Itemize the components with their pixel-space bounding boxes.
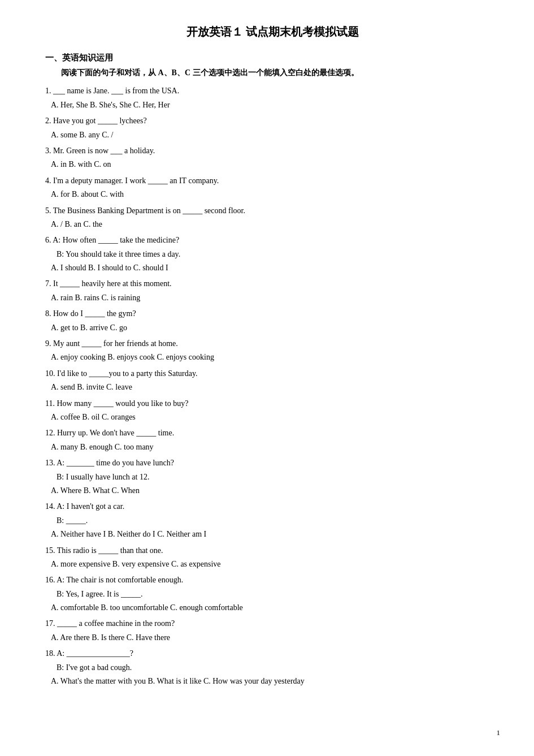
question-options: A. for B. about C. with bbox=[45, 188, 500, 201]
question-text: 10. I'd like to _____you to a party this… bbox=[45, 368, 500, 380]
question-block: 5. The Business Banking Department is on… bbox=[45, 205, 500, 231]
question-text: 9. My aunt _____ for her friends at home… bbox=[45, 338, 500, 350]
question-block: 15. This radio is _____ than that one.A.… bbox=[45, 545, 500, 571]
question-dialog-a: 13. A: _______ time do you have lunch? bbox=[45, 457, 500, 469]
question-options: A. I should B. I should to C. should I bbox=[45, 262, 500, 274]
question-options: A. Her, She B. She's, She C. Her, Her bbox=[45, 99, 500, 111]
question-dialog-a: 6. A: How often _____ take the medicine? bbox=[45, 234, 500, 247]
question-dialog-b: B: You should take it three times a day. bbox=[45, 248, 500, 261]
question-block: 9. My aunt _____ for her friends at home… bbox=[45, 338, 500, 364]
question-block: 8. How do I _____ the gym?A. get to B. a… bbox=[45, 308, 500, 334]
section1-instruction: 阅读下面的句子和对话，从 A、B、C 三个选项中选出一个能填入空白处的最佳选项。 bbox=[45, 67, 500, 79]
question-dialog-b: B: I've got a bad cough. bbox=[45, 662, 500, 674]
question-options: A. What's the matter with you B. What is… bbox=[45, 675, 500, 688]
question-text: 2. Have you got _____ lychees? bbox=[45, 115, 500, 127]
question-options: A. Where B. What C. When bbox=[45, 485, 500, 497]
question-options: A. get to B. arrive C. go bbox=[45, 322, 500, 334]
question-options: A. comfortable B. too uncomfortable C. e… bbox=[45, 602, 500, 614]
question-options: A. many B. enough C. too many bbox=[45, 441, 500, 453]
question-text: 3. Mr. Green is now ___ a holiday. bbox=[45, 145, 500, 157]
question-options: A. more expensive B. very expensive C. a… bbox=[45, 558, 500, 571]
question-options: A. in B. with C. on bbox=[45, 158, 500, 171]
question-options: A. send B. invite C. leave bbox=[45, 381, 500, 394]
question-text: 8. How do I _____ the gym? bbox=[45, 308, 500, 320]
question-block: 1. ___ name is Jane. ___ is from the USA… bbox=[45, 85, 500, 111]
question-block: 4. I'm a deputy manager. I work _____ an… bbox=[45, 175, 500, 201]
question-block: 17. _____ a coffee machine in the room?A… bbox=[45, 617, 500, 644]
question-block: 16. A: The chair is not comfortable enou… bbox=[45, 574, 500, 614]
question-block: 12. Hurry up. We don't have _____ time.A… bbox=[45, 427, 500, 453]
question-block: 18. A: ________________?B: I've got a ba… bbox=[45, 647, 500, 688]
question-text: 11. How many _____ would you like to buy… bbox=[45, 398, 500, 410]
question-dialog-a: 16. A: The chair is not comfortable enou… bbox=[45, 574, 500, 586]
question-options: A. enjoy cooking B. enjoys cook C. enjoy… bbox=[45, 351, 500, 364]
question-block: 7. It _____ heavily here at this moment.… bbox=[45, 278, 500, 304]
question-options: A. / B. an C. the bbox=[45, 218, 500, 231]
question-options: A. coffee B. oil C. oranges bbox=[45, 411, 500, 424]
question-block: 6. A: How often _____ take the medicine?… bbox=[45, 234, 500, 274]
question-dialog-b: B: _____. bbox=[45, 515, 500, 527]
page-number: 1 bbox=[497, 727, 501, 739]
question-text: 17. _____ a coffee machine in the room? bbox=[45, 617, 500, 630]
question-options: A. some B. any C. / bbox=[45, 129, 500, 141]
question-text: 1. ___ name is Jane. ___ is from the USA… bbox=[45, 85, 500, 97]
question-dialog-a: 18. A: ________________? bbox=[45, 647, 500, 660]
questions-list: 1. ___ name is Jane. ___ is from the USA… bbox=[45, 85, 500, 688]
question-block: 2. Have you got _____ lychees?A. some B.… bbox=[45, 115, 500, 141]
question-options: A. Neither have I B. Neither do I C. Nei… bbox=[45, 528, 500, 541]
question-options: A. rain B. rains C. is raining bbox=[45, 292, 500, 304]
question-dialog-b: B: Yes, I agree. It is _____. bbox=[45, 588, 500, 601]
question-dialog-a: 14. A: I haven't got a car. bbox=[45, 500, 500, 513]
question-text: 7. It _____ heavily here at this moment. bbox=[45, 278, 500, 290]
page-title: 开放英语１ 试点期末机考模拟试题 bbox=[45, 23, 500, 41]
question-text: 4. I'm a deputy manager. I work _____ an… bbox=[45, 175, 500, 187]
question-text: 12. Hurry up. We don't have _____ time. bbox=[45, 427, 500, 439]
question-block: 10. I'd like to _____you to a party this… bbox=[45, 368, 500, 394]
question-block: 3. Mr. Green is now ___ a holiday.A. in … bbox=[45, 145, 500, 171]
question-block: 13. A: _______ time do you have lunch?B:… bbox=[45, 457, 500, 497]
question-options: A. Are there B. Is there C. Have there bbox=[45, 632, 500, 644]
question-dialog-b: B: I usually have lunch at 12. bbox=[45, 471, 500, 483]
section1-header: 一、英语知识运用 bbox=[45, 51, 500, 64]
question-text: 15. This radio is _____ than that one. bbox=[45, 545, 500, 557]
question-block: 14. A: I haven't got a car.B: _____.A. N… bbox=[45, 500, 500, 541]
question-block: 11. How many _____ would you like to buy… bbox=[45, 398, 500, 424]
question-text: 5. The Business Banking Department is on… bbox=[45, 205, 500, 217]
